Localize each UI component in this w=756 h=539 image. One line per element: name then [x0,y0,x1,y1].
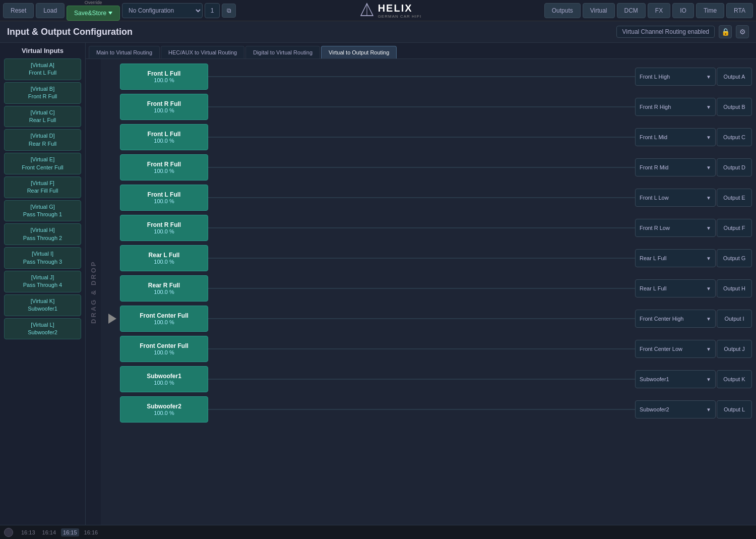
source-block[interactable]: Rear R Full100.0 % [120,275,208,302]
source-block[interactable]: Front L Full100.0 % [120,124,208,150]
row-arrow-icon [105,193,120,203]
dest-block[interactable]: Front R Low▼ [635,219,716,237]
virtual-input-C[interactable]: [Virtual C] Rear L Full [4,106,81,128]
source-block[interactable]: Subwoofer2100.0 % [120,396,208,423]
source-block-pct: 100.0 % [154,380,174,386]
status-bar: 16:1316:1416:1516:16 [0,525,756,539]
nav-button-dcm[interactable]: DCM [617,3,646,18]
chevron-down-icon: ▼ [706,286,711,291]
routing-grid: Front L Full100.0 %Front L High▼Output A… [101,59,756,525]
source-block[interactable]: Front Center Full100.0 % [120,306,208,332]
status-times: 16:1316:1416:1516:16 [19,528,100,536]
source-block[interactable]: Rear L Full100.0 % [120,245,208,271]
virtual-input-B[interactable]: [Virtual B] Front R Full [4,82,81,104]
virtual-input-K[interactable]: [Virtual K] Subwoofer1 [4,294,81,316]
routing-line [208,106,635,107]
nav-button-fx[interactable]: FX [648,3,670,18]
override-label: Override [85,0,102,5]
dest-block[interactable]: Front R Mid▼ [635,158,716,176]
dest-name: Front R High [640,104,671,110]
status-time-1616[interactable]: 16:16 [82,528,100,536]
source-block[interactable]: Front R Full100.0 % [120,154,208,181]
tab-virtual_output[interactable]: Virtual to Output Routing [321,46,397,58]
routing-icon[interactable]: 🔒 [719,25,732,38]
tab-main[interactable]: Main to Virtual Routing [89,46,160,58]
output-label: Output E [717,189,752,207]
chevron-down-icon: ▼ [706,74,711,80]
virtual-input-H[interactable]: [Virtual H] Pass Through 2 [4,223,81,245]
output-label: Output A [717,68,752,86]
source-block-pct: 100.0 % [154,228,174,234]
routing-row: Front R Full100.0 %Front R Low▼Output F [101,213,756,243]
status-time-1613[interactable]: 16:13 [19,528,37,536]
dest-block[interactable]: Rear L Full▼ [635,279,716,297]
chevron-down-icon: ▼ [706,316,711,322]
routing-row: Front Center Full100.0 %Front Center Low… [101,334,756,364]
routing-row: Front R Full100.0 %Front R Mid▼Output D [101,153,756,182]
source-block[interactable]: Front Center Full100.0 % [120,336,208,362]
virtual-input-G[interactable]: [Virtual G] Pass Through 1 [4,200,81,222]
row-arrow-icon [105,404,120,414]
dest-block[interactable]: Front R High▼ [635,98,716,116]
source-block-name: Front R Full [147,100,181,107]
dest-block[interactable]: Front L Mid▼ [635,128,716,146]
sliders-icon[interactable]: ⚙ [736,25,749,38]
arrow-placeholder [108,162,116,172]
source-block[interactable]: Front R Full100.0 % [120,94,208,120]
dest-block[interactable]: Front L Low▼ [635,189,716,207]
dest-block[interactable]: Front Center Low▼ [635,340,716,358]
chevron-down-icon: ▼ [706,104,711,110]
row-arrow-icon [105,253,120,263]
virtual-input-I[interactable]: [Virtual I] Pass Through 3 [4,247,81,269]
virtual-input-F[interactable]: [Virtual F] Rear Fill Full [4,176,81,198]
arrow-placeholder [108,404,116,414]
dest-block[interactable]: Rear L Full▼ [635,249,716,267]
routing-line [208,227,635,228]
virtual-input-E[interactable]: [Virtual E] Front Center Full [4,153,81,174]
config-select[interactable]: No Configuration [122,3,203,18]
source-block-name: Subwoofer2 [147,403,181,410]
source-block[interactable]: Subwoofer1100.0 % [120,366,208,392]
arrow-placeholder [108,132,116,142]
dest-name: Front L High [640,74,670,80]
routing-row: Front L Full100.0 %Front L Mid▼Output C [101,123,756,152]
save-store-button[interactable]: Save&Store [67,6,120,21]
nav-button-virtual[interactable]: Virtual [583,3,615,18]
load-button[interactable]: Load [36,3,65,18]
source-block-name: Front Center Full [140,312,188,319]
dest-block[interactable]: Front L High▼ [635,68,716,86]
source-block[interactable]: Front L Full100.0 % [120,185,208,211]
tab-hec[interactable]: HEC/AUX to Virtual Routing [161,46,244,58]
row-arrow-icon [105,223,120,233]
reset-button[interactable]: Reset [3,3,34,18]
nav-button-rta[interactable]: RTA [726,3,753,18]
routing-line [208,288,635,289]
virtual-input-L[interactable]: [Virtual L] Subwoofer2 [4,318,81,340]
source-block[interactable]: Front L Full100.0 % [120,64,208,90]
row-arrow-icon [105,314,120,324]
nav-button-io[interactable]: IO [672,3,694,18]
config-number-input[interactable] [205,3,220,18]
row-arrow-icon [105,132,120,142]
virtual-inputs-title: Virtual Inputs [4,47,81,54]
dest-block[interactable]: Subwoofer1▼ [635,370,716,388]
source-block[interactable]: Front R Full100.0 % [120,215,208,241]
tab-digital[interactable]: Digital to Virtual Routing [245,46,320,58]
virtual-input-J[interactable]: [Virtual J] Pass Through 4 [4,271,81,292]
source-block-name: Front L Full [148,131,181,138]
virtual-input-D[interactable]: [Virtual D] Rear R Full [4,129,81,151]
virtual-input-A[interactable]: [Virtual A] Front L Full [4,58,81,80]
dest-block[interactable]: Front Center High▼ [635,310,716,328]
status-icon [4,528,13,537]
logo-text: HELIX [378,3,422,14]
row-arrow-icon [105,102,120,112]
nav-button-time[interactable]: Time [696,3,724,18]
status-time-1614[interactable]: 16:14 [40,528,58,536]
status-time-1615[interactable]: 16:15 [61,528,79,536]
source-block-pct: 100.0 % [154,168,174,174]
nav-button-outputs[interactable]: Outputs [544,3,581,18]
source-block-name: Front R Full [147,161,181,168]
output-label: Output D [717,158,752,176]
copy-icon[interactable]: ⧉ [222,4,236,18]
dest-block[interactable]: Subwoofer2▼ [635,400,716,418]
